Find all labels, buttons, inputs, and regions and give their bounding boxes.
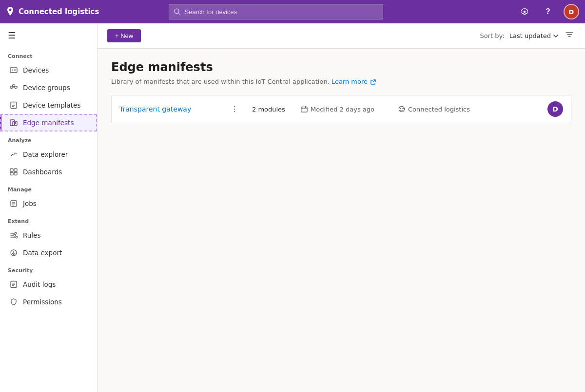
sidebar-label-jobs: Jobs xyxy=(23,200,37,207)
sidebar-label-permissions: Permissions xyxy=(23,298,62,306)
edge-manifests-icon xyxy=(9,118,18,127)
filter-icon xyxy=(566,31,573,39)
svg-point-37 xyxy=(399,106,404,112)
sidebar-item-jobs[interactable]: Jobs xyxy=(0,195,97,212)
sidebar-label-rules: Rules xyxy=(23,231,40,239)
sort-value-button[interactable]: Last updated xyxy=(509,32,559,39)
sidebar: ☰ Connect Devices Device groups Device t… xyxy=(0,23,98,392)
section-connect: Connect xyxy=(0,47,97,61)
sidebar-label-edge-manifests: Edge manifests xyxy=(23,119,74,127)
data-explorer-icon xyxy=(9,150,18,159)
device-templates-icon xyxy=(9,101,18,110)
svg-rect-7 xyxy=(13,85,15,87)
svg-rect-20 xyxy=(14,172,17,175)
devices-icon xyxy=(9,66,18,75)
svg-rect-17 xyxy=(10,169,13,172)
jobs-icon xyxy=(9,199,18,208)
svg-rect-3 xyxy=(12,69,13,71)
dashboards-icon xyxy=(9,168,18,176)
svg-rect-2 xyxy=(10,68,17,73)
sidebar-item-dashboards[interactable]: Dashboards xyxy=(0,163,97,181)
external-link-icon xyxy=(370,79,376,85)
app-name: Connected logistics xyxy=(19,7,99,16)
content-area: + New Sort by: Last updated Edge manifes… xyxy=(98,23,585,392)
calendar-icon xyxy=(301,106,308,112)
sidebar-item-rules[interactable]: Rules xyxy=(0,226,97,244)
page-body: Edge manifests Library of manifests that… xyxy=(98,49,585,392)
section-extend: Extend xyxy=(0,212,97,226)
app-logo: Connected logistics xyxy=(6,7,99,17)
sidebar-item-device-templates[interactable]: Device templates xyxy=(0,96,97,114)
section-manage: Manage xyxy=(0,181,97,195)
data-export-icon xyxy=(9,248,18,257)
search-input[interactable] xyxy=(185,8,378,16)
svg-rect-4 xyxy=(14,69,16,71)
svg-point-25 xyxy=(15,232,17,234)
sidebar-label-dashboards: Dashboards xyxy=(23,168,62,176)
page-description: Library of manifests that are used withi… xyxy=(111,78,571,85)
manifest-list: Transparent gateway ⋮ 2 modules Modified… xyxy=(111,95,571,123)
sidebar-label-audit-logs: Audit logs xyxy=(23,280,56,288)
permissions-icon xyxy=(9,298,18,306)
sidebar-item-device-groups[interactable]: Device groups xyxy=(0,79,97,96)
chevron-down-icon xyxy=(553,33,559,39)
section-analyze: Analyze xyxy=(0,131,97,146)
user-avatar[interactable]: D xyxy=(564,4,579,19)
sidebar-item-edge-manifests[interactable]: Edge manifests xyxy=(0,114,97,131)
sidebar-label-data-export: Data export xyxy=(23,249,62,257)
svg-point-27 xyxy=(16,236,18,238)
search-icon xyxy=(174,8,180,15)
svg-line-1 xyxy=(178,13,180,14)
top-nav: Connected logistics ? D xyxy=(0,0,585,23)
toolbar: + New Sort by: Last updated xyxy=(98,23,585,49)
sidebar-label-data-explorer: Data explorer xyxy=(23,150,68,158)
sort-label: Sort by: xyxy=(480,32,505,39)
section-security: Security xyxy=(0,261,97,276)
rules-icon xyxy=(9,231,18,240)
sidebar-item-devices[interactable]: Devices xyxy=(0,61,97,79)
manifest-card: Transparent gateway ⋮ 2 modules Modified… xyxy=(111,95,571,123)
manifest-more-button[interactable]: ⋮ xyxy=(227,103,242,115)
top-nav-actions: ? D xyxy=(517,4,579,19)
svg-point-39 xyxy=(402,108,404,109)
main-layout: ☰ Connect Devices Device groups Device t… xyxy=(0,23,585,392)
svg-rect-19 xyxy=(10,172,13,175)
svg-rect-33 xyxy=(301,107,307,112)
svg-point-38 xyxy=(400,108,401,109)
sidebar-label-device-templates: Device templates xyxy=(23,101,80,109)
search-bar[interactable] xyxy=(169,4,383,19)
app-icon xyxy=(398,106,405,112)
audit-logs-icon xyxy=(9,280,18,289)
manifest-name-link[interactable]: Transparent gateway xyxy=(119,105,227,113)
manifest-modules: 2 modules xyxy=(242,106,301,113)
help-button[interactable]: ? xyxy=(540,4,556,19)
settings-button[interactable] xyxy=(517,4,532,19)
device-groups-icon xyxy=(9,83,18,92)
sidebar-label-device-groups: Device groups xyxy=(23,84,70,92)
new-button[interactable]: + New xyxy=(107,29,141,42)
sidebar-label-devices: Devices xyxy=(23,66,49,74)
manifest-modified: Modified 2 days ago xyxy=(301,106,398,113)
gear-icon xyxy=(520,7,529,16)
location-pin-icon xyxy=(6,7,15,17)
question-icon: ? xyxy=(546,7,550,16)
sidebar-item-audit-logs[interactable]: Audit logs xyxy=(0,276,97,293)
manifest-app: Connected logistics xyxy=(398,106,486,113)
sort-area: Sort by: Last updated xyxy=(480,29,575,43)
sidebar-item-data-export[interactable]: Data export xyxy=(0,244,97,261)
manifest-avatar: D xyxy=(547,101,563,117)
sidebar-item-permissions[interactable]: Permissions xyxy=(0,293,97,311)
sidebar-item-data-explorer[interactable]: Data explorer xyxy=(0,146,97,163)
page-title: Edge manifests xyxy=(111,60,571,74)
filter-button[interactable] xyxy=(564,29,575,43)
svg-rect-18 xyxy=(14,169,17,172)
hamburger-button[interactable]: ☰ xyxy=(0,23,97,47)
learn-more-link[interactable]: Learn more xyxy=(332,78,376,85)
svg-point-26 xyxy=(14,234,16,236)
